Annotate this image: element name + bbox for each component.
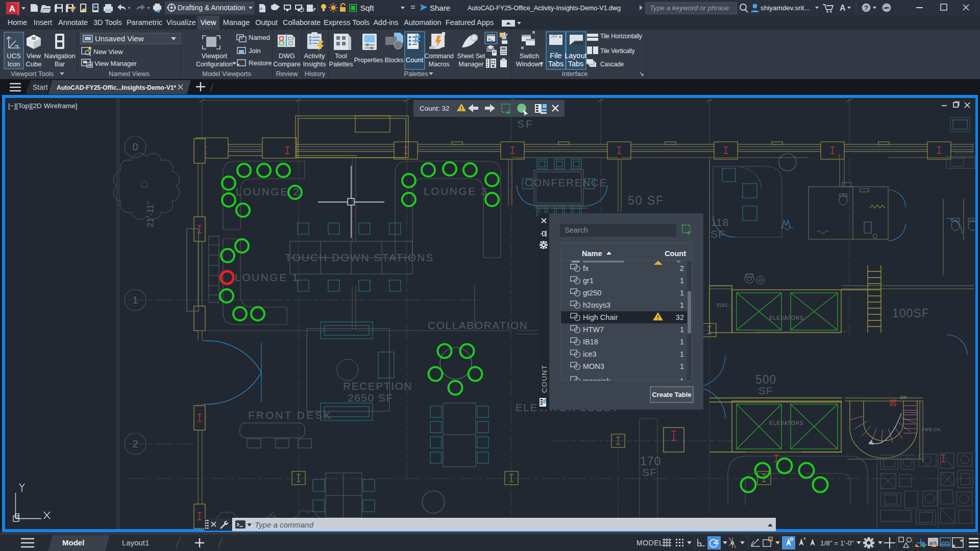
svg-text:!: !	[657, 314, 659, 320]
svg-text:CONFERENCE: CONFERENCE	[525, 177, 607, 188]
svg-text:?: ?	[864, 4, 868, 12]
svg-text:DWG: DWG	[279, 52, 295, 60]
svg-text:High Chair: High Chair	[583, 313, 618, 321]
svg-text:Tile Vertically: Tile Vertically	[600, 47, 634, 55]
svg-text:Tabs: Tabs	[568, 60, 584, 68]
svg-text:Count: Count	[406, 56, 424, 64]
svg-text:Named Views: Named Views	[109, 70, 150, 78]
svg-text:Tool: Tool	[335, 52, 347, 60]
svg-text:!: !	[460, 106, 462, 112]
svg-text:21'-11": 21'-11"	[145, 201, 155, 228]
svg-text:32: 32	[676, 313, 684, 321]
svg-text:Palettes: Palettes	[404, 70, 428, 78]
svg-text:118: 118	[710, 216, 729, 228]
svg-text:MODEL: MODEL	[636, 539, 663, 547]
svg-text:Type a command: Type a command	[255, 520, 313, 529]
svg-text:Model: Model	[62, 538, 84, 547]
svg-text:Compare: Compare	[273, 60, 300, 68]
svg-text:Insights: Insights	[303, 60, 326, 68]
svg-text:1: 1	[680, 325, 684, 334]
svg-text:View Manager: View Manager	[94, 60, 137, 67]
svg-text:Bar: Bar	[55, 60, 65, 68]
svg-text:1: 1	[680, 338, 684, 346]
svg-text:Viewport: Viewport	[202, 52, 228, 60]
svg-text:PIPE CH.: PIPE CH.	[922, 427, 942, 432]
svg-text:Activity: Activity	[304, 52, 325, 60]
svg-text:SF: SF	[758, 385, 773, 396]
svg-text:FRONT DESK: FRONT DESK	[248, 409, 332, 421]
svg-text:gr1: gr1	[583, 277, 594, 285]
svg-text:ice3: ice3	[583, 350, 597, 358]
svg-text:Configuration: Configuration	[196, 61, 232, 68]
svg-text:0: 0	[132, 141, 138, 153]
svg-text:Windows: Windows	[516, 60, 543, 68]
svg-text:2650 SF: 2650 SF	[348, 392, 394, 404]
svg-text:Tabs: Tabs	[548, 60, 564, 68]
svg-text:1: 1	[680, 362, 684, 370]
svg-text:Interface: Interface	[562, 70, 588, 78]
svg-text:Sheet Set: Sheet Set	[457, 53, 485, 60]
svg-text:LOUNGE 3: LOUNGE 3	[424, 185, 488, 197]
svg-text:Navigation: Navigation	[44, 52, 75, 60]
svg-text:Cascade: Cascade	[600, 61, 624, 68]
svg-text:h2osys3: h2osys3	[583, 301, 610, 309]
svg-text:UCS: UCS	[7, 52, 21, 60]
svg-text:1: 1	[132, 294, 138, 306]
svg-text:History: History	[305, 70, 326, 78]
svg-text:1: 1	[680, 350, 684, 358]
svg-text:File: File	[550, 52, 561, 60]
svg-text:AutoCAD-FY25-Offic...Insights-: AutoCAD-FY25-Offic...Insights-Demo-V1*	[57, 84, 176, 91]
svg-text:RECEPTION: RECEPTION	[343, 380, 412, 392]
svg-text:2: 2	[132, 438, 138, 449]
svg-text:Cube: Cube	[26, 60, 41, 68]
svg-text:ELEVATORS: ELEVATORS	[769, 315, 803, 321]
svg-text:Name: Name	[582, 249, 602, 258]
svg-text:Blocks: Blocks	[385, 57, 404, 64]
svg-text:COLLABORATION: COLLABORATION	[428, 319, 528, 331]
svg-text:MON3: MON3	[583, 362, 604, 370]
svg-text:shiyamdev.srit...: shiyamdev.srit...	[761, 4, 810, 12]
svg-text:Sqft: Sqft	[360, 4, 375, 12]
svg-text:HTW7: HTW7	[583, 325, 604, 334]
svg-text:Create Table: Create Table	[652, 391, 691, 398]
svg-text:Search: Search	[565, 226, 588, 234]
svg-text:Type a keyword or phrase: Type a keyword or phrase	[650, 4, 729, 12]
svg-text:SF: SF	[710, 228, 725, 240]
svg-text:Command: Command	[424, 53, 454, 60]
svg-text:100SF: 100SF	[892, 307, 929, 320]
svg-text:Switch: Switch	[520, 52, 539, 60]
svg-text:AutoCAD-FY25-Office_Activity-I: AutoCAD-FY25-Office_Activity-Insights-De…	[468, 5, 621, 12]
svg-text:View: View	[27, 52, 41, 60]
svg-text:SF: SF	[642, 466, 657, 478]
svg-text:1: 1	[680, 277, 684, 285]
svg-text:Count: Count	[665, 249, 686, 258]
svg-text:Model Viewports: Model Viewports	[202, 70, 251, 78]
svg-text:Layout1: Layout1	[122, 538, 149, 547]
svg-text:Share: Share	[430, 4, 450, 12]
svg-text:gt250: gt250	[583, 289, 601, 297]
svg-text:LOUNGE 1: LOUNGE 1	[235, 271, 299, 283]
svg-text:50 SF: 50 SF	[628, 194, 664, 207]
svg-text:1: 1	[680, 289, 684, 297]
svg-text:ELEVATORS: ELEVATORS	[769, 420, 803, 426]
svg-text:Viewport Tools: Viewport Tools	[11, 70, 54, 78]
svg-text:COUNT: COUNT	[541, 365, 548, 393]
svg-text:Unsaved View: Unsaved View	[95, 34, 144, 43]
svg-text:1/8" = 1'-0": 1/8" = 1'-0"	[820, 539, 854, 547]
svg-text:A: A	[840, 4, 846, 12]
svg-text:Review: Review	[276, 70, 298, 78]
svg-text:Start: Start	[33, 83, 48, 91]
svg-text:Icon: Icon	[8, 60, 20, 68]
svg-text:1: 1	[680, 301, 684, 309]
svg-text:Macros: Macros	[429, 61, 450, 68]
svg-text:Restore: Restore	[249, 59, 272, 67]
svg-text:New View: New View	[93, 48, 123, 56]
svg-text:Join: Join	[249, 47, 261, 55]
svg-text:ELEC.: ELEC.	[717, 303, 730, 308]
svg-text:SF: SF	[517, 118, 534, 130]
svg-text:[−][Top][2D Wireframe]: [−][Top][2D Wireframe]	[8, 102, 77, 110]
svg-text:A: A	[9, 4, 15, 14]
svg-text:Palettes: Palettes	[329, 60, 353, 68]
svg-text:fx: fx	[583, 264, 589, 272]
svg-text:2: 2	[680, 264, 684, 272]
